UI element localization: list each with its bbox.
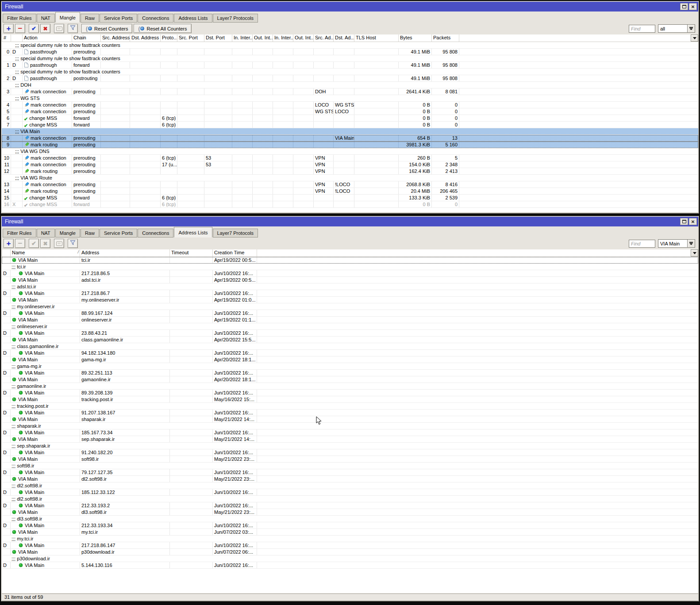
remove-button[interactable]: −	[15, 239, 25, 248]
column-header-in-inter[interactable]: In. Inter...	[273, 34, 293, 42]
mangle-rule-row[interactable]: 15✔change MSSforward6 (tcp)133.3 KiB2 53…	[2, 195, 698, 201]
address-list-row[interactable]: DVIA Main212.33.193.34Jun/10/2022 16:...	[2, 522, 698, 529]
mangle-rule-row[interactable]: 10mark connectionprerouting6 (tcp)53VPN2…	[2, 155, 698, 161]
comment-row[interactable]: ;;; adsl.tci.ir	[2, 283, 698, 290]
address-list-row[interactable]: DVIA Main212.33.193.2Jun/10/2022 16:...	[2, 502, 698, 509]
comment-row[interactable]: ;;; class.gamaonline.ir	[2, 343, 698, 350]
address-list-row[interactable]: VIA Mainmy.onlineserver.irApr/19/2022 01…	[2, 297, 698, 303]
column-header-out-int[interactable]: Out. Int...	[253, 34, 273, 42]
tab-raw[interactable]: Raw	[81, 229, 99, 237]
address-list-row[interactable]: DVIA Main79.127.127.35Jun/10/2022 16:...	[2, 469, 698, 476]
mangle-rule-row[interactable]: 4mark connectionpreroutingLOCOWG STS0 B0	[2, 102, 698, 108]
add-button[interactable]: +	[4, 239, 14, 248]
comment-row[interactable]: ;;; my.onlineserver.ir	[2, 303, 698, 310]
tab-mangle[interactable]: Mangle	[55, 229, 80, 237]
mangle-rule-row[interactable]: 16X✔change MSSforward6 (tcp)0 B0	[2, 201, 698, 208]
comment-row[interactable]: ;;; tracking.post.ir	[2, 403, 698, 410]
address-list-row[interactable]: VIA Maintci.irApr/19/2022 00:5...	[2, 257, 698, 264]
column-header-in-inter[interactable]: In. Inter...	[232, 34, 253, 42]
column-header-dst-port[interactable]: Dst. Port	[204, 34, 232, 42]
tab-nat[interactable]: NAT	[37, 229, 55, 237]
address-list-row[interactable]: VIA Maingamaonline.irApr/20/2022 18:1...	[2, 376, 698, 383]
column-header-src-ad[interactable]: Src. Ad...	[314, 34, 334, 42]
disable-button[interactable]: ✖	[40, 24, 50, 33]
close-button[interactable]: ✕	[689, 218, 697, 225]
address-list-row[interactable]: VIA Maingama-mg.irApr/20/2022 18:1...	[2, 356, 698, 363]
column-header-flags[interactable]	[11, 34, 23, 42]
filter-button[interactable]	[68, 239, 78, 248]
comment-row[interactable]: ;;; special dummy rule to show fasttrack…	[2, 69, 698, 75]
comment-row[interactable]: ;;; tci.ir	[2, 264, 698, 270]
filter-scope-select[interactable]: all	[658, 24, 695, 33]
column-header-flags[interactable]: #	[2, 34, 11, 42]
tab-address-lists[interactable]: Address Lists	[174, 227, 212, 237]
address-list-row[interactable]: VIA Mainonlineserver.irApr/19/2022 01:1.…	[2, 317, 698, 323]
tab-connections[interactable]: Connections	[138, 14, 173, 23]
address-list-row[interactable]: VIA Mainsep.shaparak.irMay/21/2022 14:..…	[2, 436, 698, 443]
enable-button[interactable]: ✔	[29, 239, 39, 248]
address-list-row[interactable]: VIA Mainclass.gamaonline.irApr/20/2022 1…	[2, 337, 698, 343]
column-header-tls-host[interactable]: TLS Host	[354, 34, 399, 42]
address-list-row[interactable]: VIA Mainp30download.irJun/07/2022 06:...	[2, 549, 698, 555]
comment-row[interactable]: ;;; gamaonline.ir	[2, 383, 698, 390]
address-list-row[interactable]: VIA Mainsoft98.irMay/21/2022 23:...	[2, 456, 698, 463]
address-list-row[interactable]: DVIA Main91.207.138.167Jun/10/2022 16:..…	[2, 410, 698, 416]
comment-row[interactable]: ;;; dl2.soft98.ir	[2, 496, 698, 502]
comment-row[interactable]: ;;; VIA WG Route	[2, 175, 698, 181]
tab-raw[interactable]: Raw	[81, 14, 99, 23]
remove-button[interactable]: −	[15, 24, 25, 33]
column-header-out-int[interactable]: Out. Int...	[293, 34, 314, 42]
mangle-rule-row[interactable]: 2Dpassthroughpostrouting49.1 MiB95 808	[2, 75, 698, 82]
address-list-row[interactable]: VIA Mainshaparak.irMay/21/2022 14:...	[2, 416, 698, 423]
comment-row[interactable]: ;;; sep.shaparak.ir	[2, 443, 698, 449]
address-list-row[interactable]: DVIA Main91.240.182.20Jun/10/2022 16:...	[2, 449, 698, 456]
mangle-rule-row[interactable]: 13mark connectionpreroutingVPN!LOCO2068.…	[2, 181, 698, 188]
column-select-button[interactable]	[691, 249, 698, 257]
column-header-src-port[interactable]: Src. Port	[177, 34, 204, 42]
address-list-row[interactable]: DVIA Main185.167.73.34Jun/10/2022 16:...	[2, 429, 698, 436]
tab-layer7-protocols[interactable]: Layer7 Protocols	[213, 14, 258, 23]
comment-row[interactable]: ;;; my.tci.ir	[2, 536, 698, 542]
tab-filter-rules[interactable]: Filter Rules	[3, 14, 36, 23]
reset-all-counters-button[interactable]: ( Reset All Counters	[134, 24, 191, 33]
mangle-rule-row[interactable]: 11mark connectionprerouting17 (u...53VPN…	[2, 161, 698, 168]
copy-button[interactable]	[54, 24, 64, 33]
tab-service-ports[interactable]: Service Ports	[100, 229, 137, 237]
tab-connections[interactable]: Connections	[138, 229, 173, 237]
address-list-row[interactable]: DVIA Main217.218.86.7Jun/10/2022 16:...	[2, 290, 698, 297]
column-select-button[interactable]	[691, 34, 698, 42]
tab-mangle[interactable]: Mangle	[55, 12, 80, 23]
comment-row[interactable]: ;;; gama-mg.ir	[2, 363, 698, 370]
column-header-dst-ad[interactable]: Dst. Ad...	[334, 34, 354, 42]
tab-nat[interactable]: NAT	[37, 14, 55, 23]
comment-row[interactable]: ;;; VIA Main	[2, 128, 698, 135]
comment-row[interactable]: ;;; special dummy rule to show fasttrack…	[2, 42, 698, 49]
tab-layer7-protocols[interactable]: Layer7 Protocols	[213, 229, 258, 237]
filter-button[interactable]	[68, 24, 78, 33]
address-list-row[interactable]: DVIA Main5.144.130.116Jun/10/2022 16:...	[2, 562, 698, 569]
address-list-row[interactable]: DVIA Main88.99.167.124Jun/10/2022 16:...	[2, 310, 698, 317]
column-header-timeout[interactable]: Timeout	[170, 249, 213, 257]
mangle-rule-row[interactable]: 14mark routingpreroutingVPN!LOCO20.4 MiB…	[2, 188, 698, 195]
column-header-proto[interactable]: Proto...	[161, 34, 177, 42]
title-bar[interactable]: Firewall ✕	[2, 217, 698, 226]
column-header-name[interactable]: Name/	[11, 249, 80, 257]
address-list-row[interactable]: DVIA Main185.112.33.122Jun/10/2022 16:..…	[2, 489, 698, 496]
address-list-row[interactable]: DVIA Main94.182.134.180Jun/10/2022 16:..…	[2, 350, 698, 356]
tab-service-ports[interactable]: Service Ports	[100, 14, 137, 23]
tab-filter-rules[interactable]: Filter Rules	[3, 229, 36, 237]
column-header-action[interactable]: Action	[23, 34, 72, 42]
comment-row[interactable]: ;;; shaparak.ir	[2, 423, 698, 429]
comment-row[interactable]: ;;; dl2.soft98.ir	[2, 482, 698, 489]
column-header-src-address[interactable]: Src. Address	[101, 34, 130, 42]
mangle-rule-row[interactable]: 3mark connectionpreroutingDOH2641.4 KiB8…	[2, 88, 698, 95]
comment-row[interactable]: ;;; soft98.ir	[2, 463, 698, 469]
address-list-row[interactable]: VIA Maintracking.post.irMay/16/2022 15:.…	[2, 396, 698, 403]
maximize-button[interactable]	[680, 3, 688, 10]
mangle-rule-row[interactable]: 7✔change MSSforward6 (tcp)0 B0	[2, 122, 698, 128]
comment-row[interactable]: ;;; DOH	[2, 82, 698, 88]
find-input[interactable]	[629, 240, 655, 248]
tab-address-lists[interactable]: Address Lists	[174, 14, 212, 23]
mangle-rule-row[interactable]: 9mark routingprerouting3981.3 KiB5 160	[2, 142, 698, 148]
comment-row[interactable]: ;;; p30download.ir	[2, 555, 698, 562]
